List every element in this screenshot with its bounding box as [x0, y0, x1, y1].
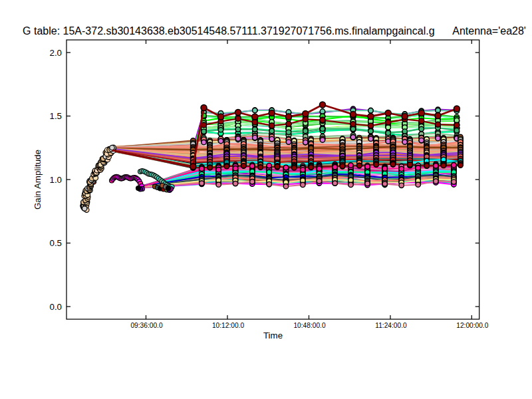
svg-text:2.0: 2.0 [50, 48, 63, 58]
svg-text:0.0: 0.0 [50, 302, 63, 312]
svg-text:11:24:00.0: 11:24:00.0 [375, 322, 407, 329]
svg-text:12:00:00.0: 12:00:00.0 [456, 322, 488, 329]
svg-text:0.5: 0.5 [50, 238, 63, 248]
svg-text:1.5: 1.5 [50, 111, 63, 121]
svg-text:10:12:00.0: 10:12:00.0 [212, 322, 244, 329]
svg-text:Gain Amplitude: Gain Amplitude [33, 150, 43, 209]
svg-text:09:36:00.0: 09:36:00.0 [130, 322, 162, 329]
svg-text:Time: Time [263, 331, 283, 340]
svg-text:1.0: 1.0 [50, 175, 63, 185]
svg-text:G table: 15A-372.sb30143638.eb: G table: 15A-372.sb30143638.eb30514548.5… [23, 25, 526, 37]
svg-text:10:48:00.0: 10:48:00.0 [293, 322, 325, 329]
